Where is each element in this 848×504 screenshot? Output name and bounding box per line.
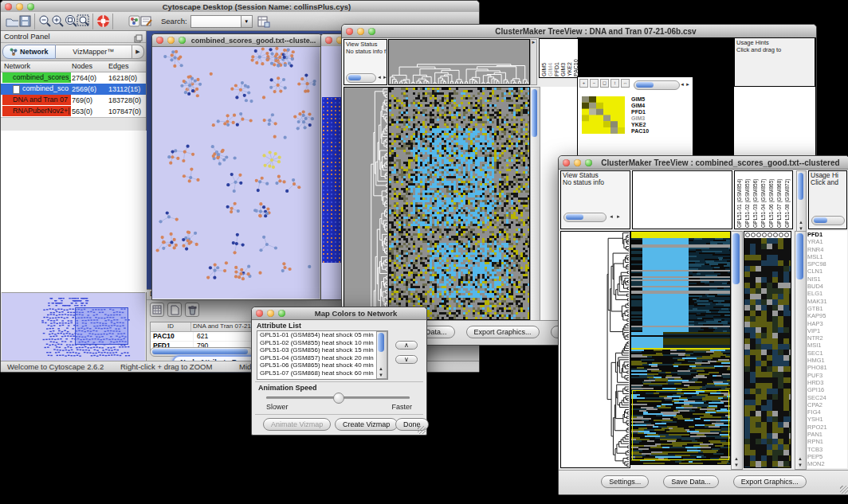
- close-button[interactable]: [346, 28, 353, 35]
- attribute-list-scrollbar[interactable]: ▲ ▼: [376, 331, 387, 379]
- scroll-down-icon[interactable]: ▼: [379, 373, 383, 378]
- close-button[interactable]: [256, 310, 263, 317]
- view-status-scrollbar[interactable]: [563, 213, 607, 222]
- scroll-right-icon[interactable]: ►: [383, 75, 387, 80]
- view-status-scrollbar[interactable]: [346, 73, 376, 83]
- zoom-button[interactable]: [179, 37, 186, 44]
- treeview1-vscrollbar[interactable]: [530, 87, 540, 322]
- usage-hints-scrollbar[interactable]: [811, 216, 845, 225]
- network-canvas[interactable]: [152, 47, 320, 299]
- move-up-button[interactable]: ∧: [395, 341, 418, 350]
- detail-zoom-icon[interactable]: ↕: [610, 79, 619, 88]
- zoom-out-icon[interactable]: [38, 15, 51, 28]
- treeview2-detail-heatmap[interactable]: [744, 231, 791, 468]
- create-vizmap-button[interactable]: Create Vizmap: [335, 418, 398, 431]
- zoom-button[interactable]: [27, 3, 34, 10]
- tab-network[interactable]: Network: [2, 45, 56, 59]
- birdseye-view[interactable]: [2, 292, 145, 361]
- treeview2-genes-scrollbar[interactable]: ▲ ▼: [795, 231, 807, 470]
- minimize-button[interactable]: [16, 3, 23, 10]
- attribute-table-row[interactable]: PAC10621: [151, 332, 253, 342]
- scroll-up-icon[interactable]: ▲: [379, 366, 383, 372]
- network-table-row[interactable]: RNAPuberNov2+|563(0)107847(0): [1, 106, 146, 117]
- treeview2-titlebar[interactable]: ClusterMaker TreeView : combined_scores_…: [559, 156, 848, 170]
- close-button[interactable]: [5, 3, 12, 10]
- network-view-titlebar[interactable]: combined_scores_good.txt--cluste...: [152, 34, 321, 47]
- minimize-button[interactable]: [574, 159, 581, 166]
- attribute-list-item[interactable]: GPL51-01 (GSM854) heat shock 05 min: [257, 331, 387, 339]
- minimize-button[interactable]: [167, 37, 175, 44]
- treeview1-column-scroll-strip[interactable]: ►: [530, 39, 537, 85]
- delete-attribute-icon[interactable]: [185, 303, 199, 317]
- detail-zoom-icon[interactable]: +: [579, 79, 588, 88]
- scroll-down-icon[interactable]: ▼: [734, 463, 739, 468]
- detail-zoom-icon[interactable]: −: [590, 79, 599, 88]
- select-attributes-icon[interactable]: [150, 303, 164, 317]
- attribute-list-item[interactable]: GPL51-02 (GSM855) heat shock 10 min: [257, 339, 387, 347]
- dialog-titlebar[interactable]: Map Colors to Network: [252, 307, 426, 320]
- vizmapper-quick-icon[interactable]: [128, 15, 140, 28]
- zoom-button[interactable]: [368, 28, 375, 35]
- treeview1-button-1[interactable]: Export Graphics...: [466, 326, 540, 338]
- open-session-icon[interactable]: [6, 15, 18, 28]
- scroll-up-icon[interactable]: ▲: [798, 456, 803, 462]
- treeview2-global-heatmap[interactable]: [630, 231, 731, 465]
- id-column-header[interactable]: ID: [151, 322, 191, 331]
- treeview2-button-1[interactable]: Save Data...: [663, 475, 719, 488]
- network-table-row[interactable]: combined_sco2569(6)13112(15): [1, 84, 146, 95]
- minimize-button[interactable]: [267, 310, 274, 317]
- treeview2-labels-scrollbar[interactable]: ▲ ▼: [796, 170, 807, 232]
- zoom-button[interactable]: [278, 310, 285, 317]
- zoom-selected-icon[interactable]: [77, 15, 89, 28]
- network-table-row[interactable]: combined_scores_2764(0)16218(0): [1, 72, 146, 84]
- save-session-icon[interactable]: [18, 15, 31, 28]
- treeview1-detail-heatmap[interactable]: [582, 96, 625, 134]
- attribute-list-item[interactable]: GPL51-04 (GSM857) heat shock 20 min: [257, 354, 387, 362]
- zoom-in-icon[interactable]: [51, 15, 64, 28]
- network-table-row[interactable]: DNA and Tran 07769(0)183728(0): [1, 95, 146, 106]
- zoom-button[interactable]: [585, 159, 592, 166]
- search-dropdown-icon[interactable]: ▼: [241, 15, 253, 28]
- attribute-list[interactable]: GPL51-01 (GSM854) heat shock 05 minGPL51…: [257, 330, 388, 380]
- annotation-icon[interactable]: [140, 15, 153, 28]
- help-lifering-icon[interactable]: [96, 15, 109, 28]
- close-button[interactable]: [325, 37, 332, 44]
- detail-zoom-icon[interactable]: ↔: [621, 79, 630, 88]
- attribute-browser-icon[interactable]: [257, 15, 270, 28]
- resize-grip[interactable]: [840, 486, 848, 494]
- treeview1-titlebar[interactable]: ClusterMaker TreeView : DNA and Tran 07-…: [342, 25, 816, 38]
- attr-column-header[interactable]: DNA and Tran 07-21-06...: [191, 322, 253, 331]
- main-titlebar[interactable]: Cytoscape Desktop (Session Name: collins…: [1, 1, 479, 13]
- animate-vizmap-button[interactable]: Animate Vizmap: [263, 418, 331, 431]
- detail-zoom-icon[interactable]: ◻: [600, 79, 609, 88]
- slider-thumb[interactable]: [333, 393, 344, 404]
- resize-grip[interactable]: [418, 426, 426, 434]
- treeview1-column-dendrogram[interactable]: [388, 39, 530, 85]
- scroll-left-icon[interactable]: ◄: [680, 82, 685, 88]
- minimize-button[interactable]: [357, 28, 364, 35]
- close-button[interactable]: [563, 159, 570, 166]
- zoom-fit-icon[interactable]: [64, 15, 77, 28]
- treeview1-global-heatmap[interactable]: [388, 87, 530, 320]
- scroll-down-icon[interactable]: ▼: [798, 463, 803, 468]
- new-attribute-icon[interactable]: [167, 303, 182, 317]
- tab-overflow-button[interactable]: ▶: [132, 45, 144, 59]
- scroll-left-icon[interactable]: ◄: [609, 214, 614, 220]
- close-button[interactable]: [156, 37, 163, 44]
- scroll-up-icon[interactable]: ▲: [799, 220, 803, 225]
- tab-vizmapper[interactable]: VizMapper™: [56, 45, 132, 59]
- move-down-button[interactable]: ∨: [395, 355, 418, 364]
- treeview2-column-dendrogram[interactable]: [632, 170, 732, 229]
- treeview2-heatmap-scrollbar[interactable]: ▲ ▼: [731, 231, 743, 470]
- scroll-right-icon[interactable]: ►: [616, 214, 621, 220]
- animation-speed-slider[interactable]: [266, 397, 410, 399]
- scroll-up-icon[interactable]: ▲: [734, 456, 739, 462]
- detail-hscrollbar[interactable]: [634, 80, 680, 90]
- attribute-list-item[interactable]: GPL51-03 (GSM856) heat shock 15 min: [257, 346, 387, 354]
- scroll-right-icon[interactable]: ►: [685, 82, 690, 88]
- treeview2-button-0[interactable]: Settings...: [601, 475, 649, 488]
- search-input[interactable]: [190, 15, 241, 28]
- attribute-list-item[interactable]: GPL51-06 (GSM865) heat shock 40 min: [257, 361, 387, 369]
- treeview2-row-dendrogram[interactable]: [560, 231, 630, 468]
- attribute-list-item[interactable]: GPL51-07 (GSM868) heat shock 60 min: [257, 369, 387, 377]
